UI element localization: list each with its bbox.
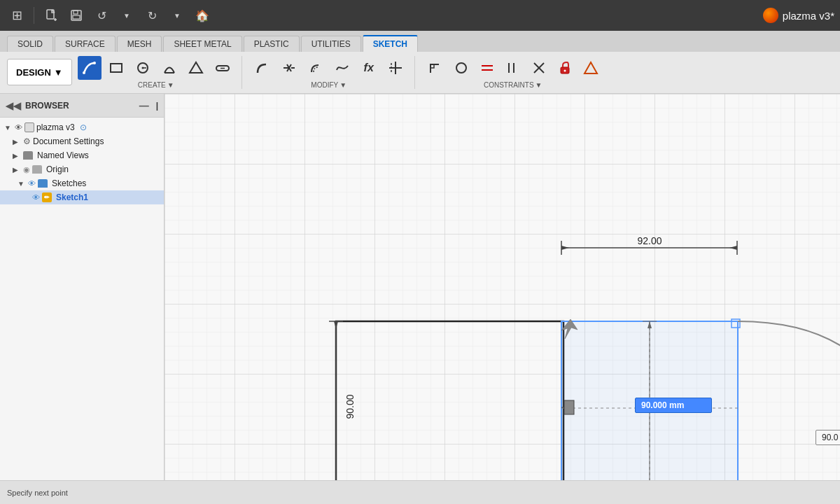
slot-tool-icon[interactable] — [211, 56, 234, 80]
line-tool-icon[interactable] — [78, 56, 102, 80]
tree-root[interactable]: ▼ 👁 plazma v3 ⊙ — [0, 120, 164, 134]
constraints-icons — [424, 56, 603, 80]
browser-menu-icon[interactable]: — — [139, 100, 149, 111]
tab-solid[interactable]: SOLID — [7, 36, 53, 52]
spline-tool-icon[interactable] — [330, 56, 354, 80]
rectangle-tool-icon[interactable] — [104, 56, 128, 80]
canvas[interactable]: 92.00 90.00 — [164, 94, 840, 480]
browser-panel: ◀◀ BROWSER — | ▼ 👁 plazma v3 ⊙ ▶ ⚙ Docum… — [0, 94, 164, 480]
tree-root-eye[interactable]: 👁 — [15, 123, 22, 132]
svg-point-4 — [83, 71, 85, 74]
create-group: CREATE ▼ — [78, 56, 242, 89]
angle-annotation: 90.0 deg — [816, 430, 840, 445]
undo-dropdown-icon[interactable]: ▼ — [115, 4, 138, 27]
trim-tool-icon[interactable] — [277, 56, 301, 80]
arc-tool-icon[interactable] — [158, 56, 181, 80]
tree-doc-label: Document Settings — [33, 136, 104, 146]
circle-constraint-icon[interactable] — [449, 56, 473, 80]
svg-rect-18 — [430, 64, 434, 68]
svg-point-27 — [564, 69, 566, 71]
project-icon[interactable] — [384, 56, 407, 80]
lock-constraint-icon[interactable] — [553, 56, 577, 80]
ribbon-tabs: SOLID SURFACE MESH SHEET METAL PLASTIC U… — [0, 31, 840, 52]
tree-origin-folder-icon — [32, 165, 42, 174]
redo-dropdown-icon[interactable]: ▼ — [166, 4, 188, 27]
dimension-input[interactable]: 90.000 mm — [635, 398, 712, 413]
tab-sheet-metal[interactable]: SHEET METAL — [163, 36, 241, 52]
home-icon[interactable]: 🏠 — [191, 4, 214, 27]
tree-sketches-eye[interactable]: 👁 — [28, 179, 36, 188]
sketch-drawing: 92.00 90.00 — [164, 94, 840, 480]
svg-rect-53 — [564, 400, 574, 414]
tree-sketch1-icon: ✏ — [42, 192, 52, 202]
status-text: Specify next point — [7, 489, 68, 497]
tree-doc-settings[interactable]: ▶ ⚙ Document Settings — [0, 134, 164, 148]
svg-point-5 — [93, 62, 96, 64]
app-title: plazma v3* — [783, 10, 834, 22]
offset-tool-icon[interactable] — [304, 56, 328, 80]
tree-sketch1-eye[interactable]: 👁 — [32, 193, 40, 202]
triangle-constraint-icon[interactable] — [579, 56, 603, 80]
status-bar: Specify next point — [0, 480, 840, 504]
svg-point-19 — [456, 63, 466, 73]
tree-sketch1[interactable]: 👁 ✏ Sketch1 — [0, 190, 164, 204]
modify-label[interactable]: MODIFY ▼ — [311, 81, 346, 89]
create-label[interactable]: CREATE ▼ — [138, 81, 174, 89]
design-button[interactable]: DESIGN ▼ — [7, 59, 72, 85]
main-area: ◀◀ BROWSER — | ▼ 👁 plazma v3 ⊙ ▶ ⚙ Docum… — [0, 94, 840, 480]
tab-plastic[interactable]: PLASTIC — [244, 36, 300, 52]
x-constraint-icon[interactable] — [527, 56, 551, 80]
new-file-icon[interactable] — [40, 4, 62, 27]
svg-marker-41 — [334, 321, 338, 329]
tree-sketches[interactable]: ▼ 👁 Sketches — [0, 176, 164, 190]
svg-marker-35 — [561, 246, 569, 250]
tree-root-icon — [24, 122, 34, 132]
browser-collapse-icon[interactable]: ◀◀ — [6, 100, 21, 111]
tree-sketches-icon — [38, 179, 48, 188]
logo-sphere-icon — [763, 8, 778, 23]
tree-origin-label: Origin — [46, 164, 69, 174]
divider — [34, 7, 34, 24]
modify-group: fx MODIFY ▼ — [251, 56, 415, 89]
browser-expand-icon[interactable]: | — [156, 101, 158, 111]
svg-marker-36 — [729, 246, 737, 250]
equal-constraint-icon[interactable] — [475, 56, 499, 80]
svg-marker-10 — [190, 62, 202, 73]
svg-text:92.00: 92.00 — [637, 235, 662, 246]
grid-icon[interactable]: ⊞ — [6, 4, 28, 27]
create-icons — [78, 56, 234, 80]
tab-utilities[interactable]: UTILITIES — [301, 36, 361, 52]
tree-sketch1-label: Sketch1 — [56, 192, 88, 202]
svg-text:90.00: 90.00 — [344, 394, 356, 419]
tab-sketch[interactable]: SKETCH — [363, 35, 418, 52]
tree-origin[interactable]: ▶ ◉ Origin — [0, 162, 164, 176]
formula-icon[interactable]: fx — [357, 56, 381, 80]
polygon-tool-icon[interactable] — [184, 56, 208, 80]
fillet-tool-icon[interactable] — [251, 56, 274, 80]
topbar: ⊞ ↺ ▼ ↻ ▼ 🏠 plazma v3* — [0, 0, 840, 31]
svg-rect-3 — [73, 15, 80, 19]
tree-root-settings[interactable]: ⊙ — [80, 122, 87, 132]
svg-rect-6 — [111, 64, 122, 72]
tree-sketches-label: Sketches — [52, 178, 86, 188]
constraints-label[interactable]: CONSTRAINTS ▼ — [484, 81, 542, 89]
tree-named-views[interactable]: ▶ Named Views — [0, 148, 164, 162]
browser-tree: ▼ 👁 plazma v3 ⊙ ▶ ⚙ Document Settings ▶ … — [0, 118, 164, 480]
parallel-constraint-icon[interactable] — [501, 56, 525, 80]
right-angle-constraint-icon[interactable] — [424, 56, 447, 80]
svg-marker-28 — [584, 62, 597, 74]
save-icon[interactable] — [65, 4, 88, 27]
tree-gear-icon: ⚙ — [23, 136, 31, 146]
tree-folder-icon — [23, 151, 33, 160]
modify-icons: fx — [251, 56, 407, 80]
tree-root-label: plazma v3 — [36, 122, 75, 132]
tree-root-arrow: ▼ — [4, 124, 13, 132]
redo-icon[interactable]: ↻ — [141, 4, 163, 27]
ribbon-content: DESIGN ▼ — [0, 52, 840, 93]
tab-surface[interactable]: SURFACE — [55, 36, 115, 52]
tab-mesh[interactable]: MESH — [117, 36, 162, 52]
circle-tool-icon[interactable] — [131, 56, 155, 80]
app-logo: plazma v3* — [763, 8, 834, 23]
undo-icon[interactable]: ↺ — [90, 4, 113, 27]
ribbon: SOLID SURFACE MESH SHEET METAL PLASTIC U… — [0, 31, 840, 94]
